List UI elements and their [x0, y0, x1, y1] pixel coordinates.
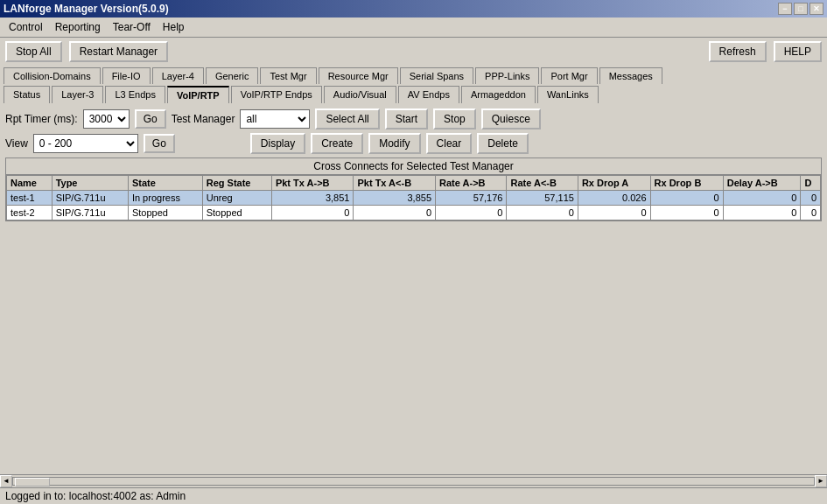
window-title: LANforge Manager Version(5.0.9) [4, 3, 169, 15]
tab-voiprtp-endps[interactable]: VoIP/RTP Endps [231, 86, 322, 103]
menu-help[interactable]: Help [158, 19, 190, 35]
tab-audio-visual[interactable]: Audio/Visual [324, 86, 396, 103]
maximize-button[interactable]: □ [794, 3, 808, 15]
tab-resource-mgr[interactable]: Resource Mgr [319, 67, 398, 84]
table-cell: 57,176 [436, 191, 507, 206]
title-bar: LANforge Manager Version(5.0.9) − □ ✕ [0, 0, 827, 18]
col-name: Name [7, 176, 53, 191]
tab-ppp-links[interactable]: PPP-Links [475, 67, 539, 84]
go2-button[interactable]: Go [144, 134, 175, 153]
table-cell: 0 [801, 206, 821, 220]
control-row-2: View 0 - 200 Go Display Create Modify Cl… [5, 133, 822, 154]
tab-wanlinks[interactable]: WanLinks [537, 86, 599, 103]
test-manager-label: Test Manager [172, 113, 235, 125]
table-cell: SIP/G.711u [52, 206, 128, 220]
view-select[interactable]: 0 - 200 [33, 134, 138, 153]
cross-connects-table: Name Type State Reg State Pkt Tx A->B Pk… [6, 175, 821, 220]
col-d: D [801, 176, 821, 191]
minimize-button[interactable]: − [778, 3, 792, 15]
col-rx-drop-a: Rx Drop A [578, 176, 650, 191]
table-cell: 0 [578, 206, 650, 220]
col-delay-ab: Delay A->B [723, 176, 801, 191]
rpt-timer-select[interactable]: 3000 [83, 109, 130, 129]
col-rate-ab: Rate A->B [436, 176, 507, 191]
menu-reporting[interactable]: Reporting [50, 19, 106, 35]
display-button[interactable]: Display [250, 133, 305, 154]
col-pkt-tx-ab: Pkt Tx A->B [271, 176, 354, 191]
table-cell: 0 [650, 191, 723, 206]
tab-test-mgr[interactable]: Test Mgr [260, 67, 316, 84]
table-cell: 0 [271, 206, 354, 220]
window-controls: − □ ✕ [778, 3, 823, 15]
tab-serial-spans[interactable]: Serial Spans [400, 67, 473, 84]
menu-tearoff[interactable]: Tear-Off [108, 19, 156, 35]
clear-button[interactable]: Clear [426, 133, 473, 154]
tab-status[interactable]: Status [4, 86, 50, 103]
table-cell: Stopped [202, 206, 271, 220]
start-button[interactable]: Start [385, 108, 428, 130]
go1-button[interactable]: Go [135, 109, 166, 129]
tab-collision-domains[interactable]: Collision-Domains [4, 67, 101, 84]
stop-button[interactable]: Stop [433, 108, 476, 130]
tab-layer4[interactable]: Layer-4 [152, 67, 204, 84]
view-label: View [5, 137, 28, 150]
table-cell: 0 [507, 206, 578, 220]
status-bar: Logged in to: localhost:4002 as: Admin [0, 487, 827, 504]
menu-control[interactable]: Control [4, 19, 48, 35]
col-state: State [128, 176, 202, 191]
table-cell: Stopped [128, 206, 202, 220]
col-rate-ba: Rate A<-B [507, 176, 578, 191]
close-button[interactable]: ✕ [809, 3, 823, 15]
quiesce-button[interactable]: Quiesce [481, 108, 541, 130]
tab-l3endps[interactable]: L3 Endps [105, 86, 165, 103]
table-cell: SIP/G.711u [52, 191, 128, 206]
tab-messages[interactable]: Messages [599, 67, 662, 84]
refresh-button[interactable]: Refresh [709, 41, 767, 62]
create-button[interactable]: Create [311, 133, 363, 154]
table-cell: 0 [723, 191, 801, 206]
col-pkt-tx-ba: Pkt Tx A<-B [354, 176, 436, 191]
tab-av-endps[interactable]: AV Endps [398, 86, 459, 103]
table-cell: 0.026 [578, 191, 650, 206]
table-cell: test-1 [7, 191, 53, 206]
control-row-1: Rpt Timer (ms): 3000 Go Test Manager all… [5, 108, 822, 130]
status-text: Logged in to: localhost:4002 as: Admin [5, 490, 186, 502]
table-cell: 3,855 [354, 191, 436, 206]
modify-button[interactable]: Modify [368, 133, 420, 154]
stop-all-button[interactable]: Stop All [5, 41, 62, 62]
table-cell: 0 [436, 206, 507, 220]
scrollbar-track [12, 477, 815, 486]
table-cell: 0 [723, 206, 801, 220]
scroll-left-button[interactable]: ◄ [0, 475, 12, 487]
content-area: Rpt Timer (ms): 3000 Go Test Manager all… [0, 103, 827, 227]
table-title: Cross Connects for Selected Test Manager [6, 158, 821, 175]
tab-layer3[interactable]: Layer-3 [52, 86, 103, 103]
tab-port-mgr[interactable]: Port Mgr [541, 67, 597, 84]
table-cell: In progress [128, 191, 202, 206]
tab-file-io[interactable]: File-IO [102, 67, 151, 84]
tabs-row2: Status Layer-3 L3 Endps VoIP/RTP VoIP/RT… [0, 84, 827, 103]
col-type: Type [52, 176, 128, 191]
col-rx-drop-b: Rx Drop B [650, 176, 723, 191]
scrollbar-horizontal[interactable]: ◄ ► [0, 474, 827, 486]
tab-armageddon[interactable]: Armageddon [461, 86, 536, 103]
help-button[interactable]: HELP [774, 41, 822, 62]
table-cell: Unreg [202, 191, 271, 206]
select-all-button[interactable]: Select All [315, 108, 379, 130]
tab-generic[interactable]: Generic [206, 67, 259, 84]
table-row[interactable]: test-1SIP/G.711uIn progressUnreg3,8513,8… [7, 191, 821, 206]
table-row[interactable]: test-2SIP/G.711uStoppedStopped00000000 [7, 206, 821, 220]
scroll-right-button[interactable]: ► [815, 475, 827, 487]
menu-bar: Control Reporting Tear-Off Help [0, 18, 827, 38]
table-cell: 0 [354, 206, 436, 220]
delete-button[interactable]: Delete [477, 133, 529, 154]
tabs-row1: Collision-Domains File-IO Layer-4 Generi… [0, 66, 827, 84]
table-cell: 57,115 [507, 191, 578, 206]
table-cell: 0 [801, 191, 821, 206]
tab-voiprtp[interactable]: VoIP/RTP [167, 86, 229, 103]
scrollbar-thumb[interactable] [15, 478, 50, 486]
restart-manager-button[interactable]: Restart Manager [69, 41, 168, 62]
col-reg-state: Reg State [202, 176, 271, 191]
test-manager-select[interactable]: all [240, 109, 310, 129]
table-cell: test-2 [7, 206, 53, 220]
